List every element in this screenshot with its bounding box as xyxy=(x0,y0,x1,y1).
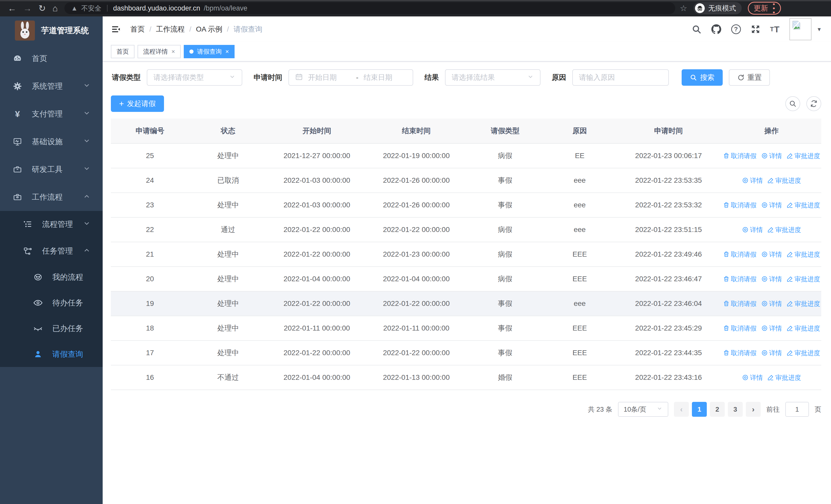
action-label: 详情 xyxy=(769,152,782,160)
fullscreen-icon[interactable] xyxy=(751,24,761,34)
close-icon[interactable]: × xyxy=(171,48,175,55)
browser-update-button[interactable]: 更新 ••• xyxy=(748,2,781,14)
close-icon[interactable]: × xyxy=(225,48,229,55)
tab-流程详情[interactable]: 流程详情× xyxy=(138,45,181,58)
help-icon[interactable]: ? xyxy=(731,24,741,34)
sidebar-item-流程管理[interactable]: 流程管理 xyxy=(0,211,103,238)
detail-action-link[interactable]: 详情 xyxy=(761,152,782,160)
detail-action-link[interactable]: 详情 xyxy=(742,176,763,185)
page-button-1[interactable]: 1 xyxy=(692,402,707,417)
browser-home-icon[interactable]: ⌂ xyxy=(53,4,58,12)
avatar[interactable] xyxy=(790,18,811,40)
progress-action-link[interactable]: 审批进度 xyxy=(786,299,820,308)
browser-forward-icon[interactable]: → xyxy=(23,4,32,12)
cancel-action-link[interactable]: 取消请假 xyxy=(723,349,756,357)
create-leave-button[interactable]: + 发起请假 xyxy=(111,95,164,112)
pen-icon xyxy=(786,251,793,258)
sidebar-item-已办任务[interactable]: 已办任务 xyxy=(0,316,103,341)
page-button-3[interactable]: 3 xyxy=(728,402,743,417)
progress-action-link[interactable]: 审批进度 xyxy=(786,275,820,283)
action-label: 详情 xyxy=(769,299,782,308)
apply-time-range-picker[interactable]: 开始日期 - 结束日期 xyxy=(288,69,413,86)
sidebar-item-基础设施[interactable]: 基础设施 xyxy=(0,128,103,155)
cell-end: 2022-01-04 00:00:00 xyxy=(367,267,466,291)
detail-action-link[interactable]: 详情 xyxy=(742,226,763,234)
sidebar-item-我的流程[interactable]: 我的流程 xyxy=(0,264,103,290)
progress-action-link[interactable]: 审批进度 xyxy=(786,324,820,333)
detail-action-link[interactable]: 详情 xyxy=(761,250,782,259)
avatar-caret-icon[interactable]: ▾ xyxy=(818,26,821,33)
result-placeholder: 请选择流结果 xyxy=(452,72,495,82)
sidebar-item-请假查询[interactable]: 请假查询 xyxy=(0,341,103,367)
page-size-select[interactable]: 10条/页 xyxy=(618,402,668,417)
detail-action-link[interactable]: 详情 xyxy=(742,374,763,382)
bookmark-star-icon[interactable]: ☆ xyxy=(680,3,687,13)
date-range-dash: - xyxy=(356,73,358,82)
view-icon xyxy=(761,325,768,331)
sidebar-item-label: 待办任务 xyxy=(52,298,83,308)
detail-action-link[interactable]: 详情 xyxy=(761,349,782,357)
sidebar-item-系统管理[interactable]: 系统管理 xyxy=(0,72,103,100)
sidebar-item-label: 支付管理 xyxy=(32,109,63,119)
github-icon[interactable] xyxy=(711,24,721,34)
browser-reload-icon[interactable]: ↻ xyxy=(38,4,46,12)
leave-type-select[interactable]: 请选择请假类型 xyxy=(147,69,242,86)
reason-input[interactable]: 请输入原因 xyxy=(572,69,669,86)
security-warning-icon[interactable]: ▲ xyxy=(71,4,78,12)
progress-action-link[interactable]: 审批进度 xyxy=(767,374,801,382)
breadcrumb-item[interactable]: 首页 xyxy=(131,24,145,34)
breadcrumb-item[interactable]: OA 示例 xyxy=(196,24,223,34)
font-size-icon[interactable]: TT xyxy=(770,24,780,34)
progress-action-link[interactable]: 审批进度 xyxy=(786,250,820,259)
tab-首页[interactable]: 首页 xyxy=(111,45,135,58)
sidebar-item-研发工具[interactable]: 研发工具 xyxy=(0,155,103,183)
sidebar-collapse-icon[interactable] xyxy=(111,24,121,34)
cancel-action-link[interactable]: 取消请假 xyxy=(723,275,756,283)
browser-back-icon[interactable]: ← xyxy=(8,4,17,12)
progress-action-link[interactable]: 审批进度 xyxy=(786,201,820,209)
page-button-2[interactable]: 2 xyxy=(710,402,725,417)
column-header-type: 请假类型 xyxy=(466,119,544,143)
cell-id: 18 xyxy=(111,316,189,340)
breadcrumb-item[interactable]: 工作流程 xyxy=(156,24,185,34)
progress-action-link[interactable]: 审批进度 xyxy=(786,152,820,160)
sidebar-item-待办任务[interactable]: 待办任务 xyxy=(0,290,103,316)
page-content: 请假类型 请选择请假类型 申请时间 开始日期 - 结束日期 结果 请选择流结果 xyxy=(103,62,831,504)
next-page-button[interactable]: › xyxy=(746,402,761,417)
prev-page-button[interactable]: ‹ xyxy=(674,402,689,417)
search-button[interactable]: 搜索 xyxy=(682,69,723,86)
progress-action-link[interactable]: 审批进度 xyxy=(767,176,801,185)
sidebar-item-首页[interactable]: 首页 xyxy=(0,45,103,72)
show-search-button[interactable] xyxy=(785,96,800,111)
cell-end: 2022-01-22 00:00:00 xyxy=(367,217,466,242)
search-icon[interactable] xyxy=(692,24,701,34)
cancel-action-link[interactable]: 取消请假 xyxy=(723,299,756,308)
detail-action-link[interactable]: 详情 xyxy=(761,324,782,333)
column-header-start: 开始时间 xyxy=(267,119,367,143)
progress-action-link[interactable]: 审批进度 xyxy=(767,226,801,234)
action-label: 取消请假 xyxy=(731,324,756,333)
sidebar-item-任务管理[interactable]: 任务管理 xyxy=(0,238,103,264)
cancel-action-link[interactable]: 取消请假 xyxy=(723,324,756,333)
detail-action-link[interactable]: 详情 xyxy=(761,275,782,283)
cancel-action-link[interactable]: 取消请假 xyxy=(723,152,756,160)
cell-status: 不通过 xyxy=(189,365,267,390)
tab-label: 流程详情 xyxy=(143,48,168,56)
logo-image xyxy=(15,21,35,40)
cancel-action-link[interactable]: 取消请假 xyxy=(723,201,756,209)
sidebar-item-支付管理[interactable]: ¥支付管理 xyxy=(0,100,103,128)
result-select[interactable]: 请选择流结果 xyxy=(445,69,541,86)
refresh-table-button[interactable] xyxy=(806,96,821,111)
browser-menu-icon[interactable]: ••• xyxy=(773,2,775,14)
detail-action-link[interactable]: 详情 xyxy=(761,201,782,209)
goto-page-input[interactable] xyxy=(785,402,809,417)
detail-action-link[interactable]: 详情 xyxy=(761,299,782,308)
tab-请假查询[interactable]: 请假查询× xyxy=(184,45,235,58)
cell-status: 已取消 xyxy=(189,168,267,192)
cancel-action-link[interactable]: 取消请假 xyxy=(723,250,756,259)
progress-action-link[interactable]: 审批进度 xyxy=(786,349,820,357)
address-bar[interactable]: ▲ 不安全 dashboard.yudao.iocoder.cn/bpm/oa/… xyxy=(64,2,675,14)
app-logo-row[interactable]: 芋道管理系统 xyxy=(0,17,103,45)
reset-button[interactable]: 重置 xyxy=(729,69,770,86)
sidebar-item-工作流程[interactable]: 工作流程 xyxy=(0,183,103,211)
